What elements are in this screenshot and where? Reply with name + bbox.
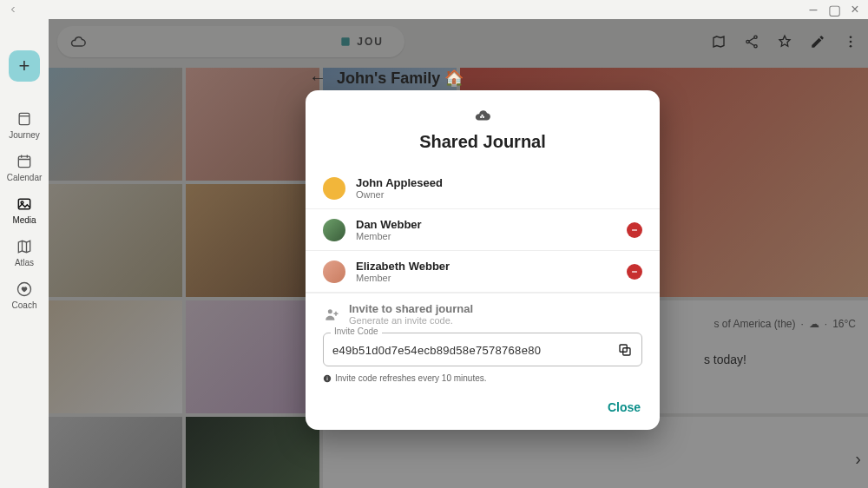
svg-rect-19 <box>327 378 328 380</box>
window-maximize-icon[interactable]: ▢ <box>828 3 840 16</box>
svg-rect-2 <box>18 199 30 209</box>
add-person-icon <box>323 306 340 323</box>
map-icon <box>15 237 34 256</box>
member-row: Dan Webber Member <box>306 209 660 251</box>
avatar <box>323 219 345 241</box>
member-name: John Appleseed <box>356 176 443 189</box>
invite-code-label: Invite Code <box>331 326 382 336</box>
svg-point-15 <box>328 309 332 313</box>
svg-point-14 <box>481 115 483 116</box>
sidebar-item-label: Atlas <box>15 258 34 267</box>
shared-cloud-icon <box>306 106 660 125</box>
remove-member-button[interactable] <box>627 264 642 280</box>
shared-journal-dialog: Shared Journal John Appleseed Owner Dan … <box>306 90 660 430</box>
dialog-header: ← John's Family 🏠 <box>309 68 464 88</box>
sidebar-item-calendar[interactable]: Calendar <box>7 152 43 182</box>
sidebar: + Journey Calendar Media Atlas <box>0 19 49 488</box>
member-row: John Appleseed Owner <box>306 168 660 209</box>
member-name: Dan Webber <box>356 218 422 231</box>
svg-point-20 <box>326 376 327 377</box>
invite-section: Invite to shared journal Generate an inv… <box>306 293 660 386</box>
member-role: Owner <box>356 189 443 200</box>
image-icon <box>15 195 34 214</box>
back-icon[interactable] <box>7 3 19 16</box>
book-icon <box>15 109 34 129</box>
invite-code-field[interactable]: Invite Code e49b51d0d7e54ecb89d58e757876… <box>323 333 642 366</box>
sidebar-item-media[interactable]: Media <box>12 195 36 225</box>
dialog-title: Shared Journal <box>306 132 660 152</box>
window-minimize-icon[interactable]: – <box>807 3 819 16</box>
copy-icon[interactable] <box>615 340 635 359</box>
svg-point-12 <box>480 116 482 118</box>
avatar <box>323 260 345 283</box>
close-button[interactable]: Close <box>608 400 641 414</box>
sidebar-item-label: Journey <box>9 130 40 140</box>
heart-circle-icon <box>15 280 34 299</box>
remove-member-button[interactable] <box>627 222 642 238</box>
sidebar-item-coach[interactable]: Coach <box>12 280 37 310</box>
invite-subtitle: Generate an invite code. <box>349 315 473 326</box>
calendar-icon <box>15 152 34 171</box>
svg-rect-1 <box>18 156 30 168</box>
svg-point-13 <box>483 116 484 118</box>
window-titlebar: – ▢ × <box>0 0 868 19</box>
sidebar-item-atlas[interactable]: Atlas <box>15 237 34 267</box>
info-icon <box>323 374 332 383</box>
member-name: Elizabeth Webber <box>356 260 450 273</box>
member-role: Member <box>356 273 450 283</box>
sidebar-item-label: Media <box>12 215 36 225</box>
avatar <box>323 177 345 200</box>
sidebar-item-journey[interactable]: Journey <box>9 109 40 140</box>
back-icon[interactable]: ← <box>309 68 326 88</box>
invite-title: Invite to shared journal <box>349 302 473 315</box>
add-button[interactable]: + <box>9 50 40 82</box>
invite-note: Invite code refreshes every 10 minutes. <box>323 373 642 383</box>
member-role: Member <box>356 231 422 241</box>
sidebar-item-label: Calendar <box>7 173 43 182</box>
sidebar-item-label: Coach <box>12 300 37 310</box>
journal-title: John's Family 🏠 <box>337 69 464 88</box>
svg-rect-0 <box>19 113 30 124</box>
invite-code-value: e49b51d0d7e54ecb89d58e7578768e80 <box>332 344 603 357</box>
member-row: Elizabeth Webber Member <box>306 251 660 293</box>
window-close-icon[interactable]: × <box>849 3 861 16</box>
main-content: JOU s <box>49 19 868 488</box>
